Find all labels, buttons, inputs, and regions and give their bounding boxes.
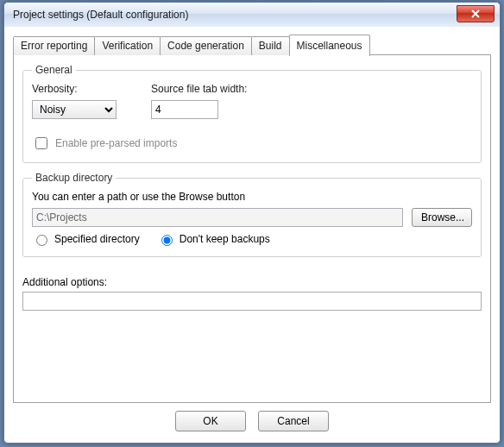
cancel-button[interactable]: Cancel: [258, 411, 329, 431]
close-icon: [470, 9, 481, 18]
radio-specified-label: Specified directory: [54, 233, 140, 245]
additional-options: Additional options:: [22, 276, 482, 311]
tab-error-reporting[interactable]: Error reporting: [13, 36, 95, 55]
radio-dontkeep-label: Don't keep backups: [180, 233, 270, 245]
backup-hint: You can enter a path or use the Browse b…: [32, 191, 472, 203]
tab-miscellaneous[interactable]: Miscellaneous: [289, 35, 370, 56]
tab-panel-miscellaneous: General Verbosity: Noisy Source file tab…: [13, 54, 491, 403]
titlebar: Project settings (Default configuration): [4, 3, 500, 27]
verbosity-select[interactable]: Noisy: [32, 100, 117, 119]
backup-radio-group: Specified directory Don't keep backups: [32, 232, 472, 246]
dialog-window: Project settings (Default configuration)…: [3, 2, 501, 444]
group-general: General Verbosity: Noisy Source file tab…: [22, 64, 482, 163]
backup-path-input[interactable]: [32, 208, 403, 227]
tab-build[interactable]: Build: [251, 36, 290, 55]
enable-preparsed-row[interactable]: Enable pre-parsed imports: [32, 135, 472, 152]
window-title: Project settings (Default configuration): [13, 9, 457, 21]
tab-verification[interactable]: Verification: [94, 36, 161, 55]
enable-preparsed-label: Enable pre-parsed imports: [55, 137, 177, 149]
tabwidth-input[interactable]: [151, 100, 218, 119]
browse-button[interactable]: Browse...: [412, 208, 472, 227]
client-area: Error reporting Verification Code genera…: [4, 27, 500, 443]
tab-code-generation[interactable]: Code generation: [160, 36, 252, 55]
dialog-footer: OK Cancel: [13, 403, 491, 438]
additional-input[interactable]: [22, 292, 482, 311]
verbosity-label: Verbosity:: [32, 83, 117, 95]
group-backup-legend: Backup directory: [32, 172, 116, 184]
group-general-legend: General: [32, 64, 76, 76]
radio-specified[interactable]: [36, 235, 47, 246]
ok-button[interactable]: OK: [175, 411, 246, 431]
close-button[interactable]: [457, 5, 495, 22]
enable-preparsed-checkbox[interactable]: [35, 137, 47, 149]
radio-specified-row[interactable]: Specified directory: [32, 232, 140, 246]
tabwidth-label: Source file tab width:: [151, 83, 247, 95]
radio-dontkeep-row[interactable]: Don't keep backups: [157, 232, 270, 246]
tab-strip: Error reporting Verification Code genera…: [13, 34, 491, 55]
group-backup: Backup directory You can enter a path or…: [22, 172, 482, 257]
radio-dontkeep[interactable]: [161, 235, 173, 246]
additional-label: Additional options:: [22, 276, 482, 288]
